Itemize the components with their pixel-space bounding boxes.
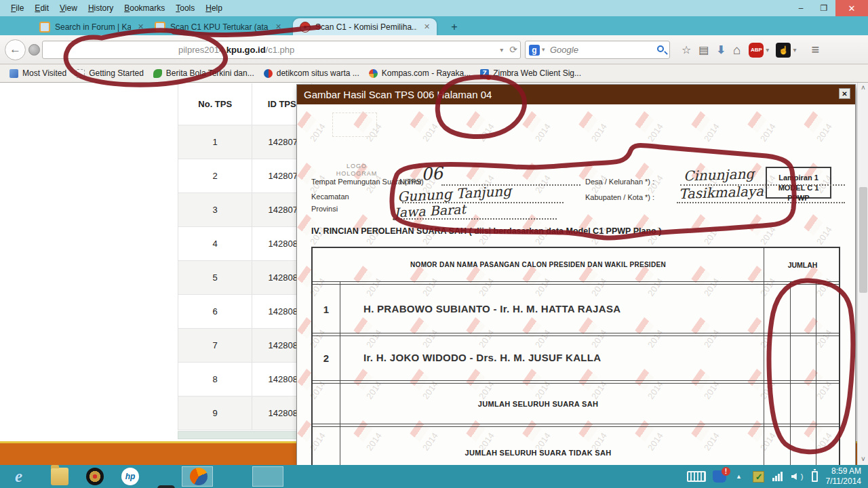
bookmark-label: Kompas.com - Rayaka... [382,68,471,78]
file-explorer-icon[interactable] [51,468,68,485]
media-disc-icon[interactable] [86,468,104,485]
table-line [313,333,839,333]
form-table-header: NOMOR DAN NAMA PASANGAN CALON PRESIDEN D… [313,248,764,281]
table-row[interactable]: 1142807 [178,125,311,159]
pointer-addon-icon[interactable]: ☝ [776,43,791,58]
tray-clock[interactable]: 8:59 AM 7/11/2014 [826,466,862,487]
url-text: pilpres2014.kpu.go.id/c1.php [178,41,294,58]
restore-button[interactable]: ❐ [812,0,835,16]
table-line [313,426,839,427]
addon-dropdown-icon[interactable]: ▾ [793,46,796,54]
speaker-wave: ) [801,472,804,481]
hidden-icons-arrow[interactable]: ▲ [736,473,742,480]
zimbra-icon: Z [480,69,489,78]
table-line [340,281,340,466]
bookmark-zimbra[interactable]: Z Zimbra Web Client Sig... [480,68,581,78]
bookmark-detikcom[interactable]: detikcom situs warta ... [264,68,359,78]
tab-close-icon[interactable]: ✕ [138,22,144,31]
bookmark-kompas[interactable]: Kompas.com - Rayaka... [369,68,471,78]
bookmark-getting-started[interactable]: Getting Started [76,68,144,78]
table-row[interactable]: 4142808 [178,227,311,261]
bookmarks-list-icon[interactable]: ▤ [698,43,709,56]
kabupaten-label: Kabupaten / Kota *) : [585,193,654,201]
url-bar[interactable]: pilpres2014.kpu.go.id/c1.php ▾ ⟳ [42,41,521,59]
minimize-button[interactable]: – [789,0,812,16]
watermark-2014: 2014 [814,121,834,143]
scan-modal: Gambar Hasil Scan TPS 006 Halaman 04 ✕ L… [296,84,856,465]
table-row[interactable]: 8142808 [178,363,311,396]
watermark-2014: 2014 [308,121,328,143]
url-dropdown-icon[interactable]: ▾ [500,41,503,58]
tab-kaskus[interactable]: Search in Forum | Kaskus ... ✕ [39,18,144,35]
total-invalid-label: JUMLAH SELURUH SUARA TIDAK SAH [313,449,764,457]
menu-hamburger-icon[interactable]: ≡ [811,42,819,58]
reload-icon[interactable]: ⟳ [509,41,517,58]
table-row[interactable]: 6142808 [178,295,311,329]
menu-file[interactable]: File [11,3,24,13]
page-scrollbar[interactable]: ˄ ˅ [857,83,868,465]
adblock-plus-icon[interactable]: ABP [749,43,764,58]
tab-bar: Search in Forum | Kaskus ... ✕ Scan C1 K… [0,16,868,35]
firefox-icon[interactable] [190,468,208,485]
bookmark-label: Berita Bola Terkini dan... [166,68,254,78]
bookmark-label: Zimbra Web Client Sig... [493,68,581,78]
tps-table: No. TPS ID TPS 1142807 2142807 3142807 4… [178,83,312,430]
table-row[interactable]: 3142807 [178,193,311,227]
tab-label: Scan C1 KPU Tertukar (ata... [170,22,269,32]
network-signal-icon[interactable] [772,472,783,481]
menu-bookmarks[interactable]: Bookmarks [124,3,165,13]
table-row[interactable]: 2142807 [178,159,311,193]
keyboard-icon[interactable] [687,471,706,482]
detikcom-icon [264,69,273,78]
search-icon[interactable] [657,45,664,52]
table-row[interactable]: 5142808 [178,261,311,295]
provinsi-label: Provinsi [311,205,338,213]
kaskus-favicon [39,22,50,33]
candidate-name: Ir. H. JOKO WIDODO - Drs. H. M. JUSUF KA… [363,352,601,363]
antivirus-icon[interactable] [753,471,764,483]
tab-scan-c1-tertukar[interactable]: Scan C1 KPU Tertukar (ata... ✕ [155,18,281,35]
modal-close-button[interactable]: ✕ [839,88,850,99]
watermark-2014: 2014 [420,121,440,143]
close-window-button[interactable]: ✕ [835,0,868,16]
engine-dropdown-icon[interactable]: ▾ [542,46,545,53]
scroll-down-icon[interactable]: ˅ [858,454,868,465]
bookmark-berita-bola[interactable]: Berita Bola Terkini dan... [153,68,254,78]
desa-handwritten: Cinunjang [684,165,755,184]
table-line [816,281,816,466]
lampiran-box: Lampiran 1 MODEL C 1 PPWP [766,167,831,199]
scroll-up-icon[interactable]: ˄ [858,83,868,94]
downloads-icon[interactable]: ⬇ [716,43,725,56]
battery-icon[interactable] [812,471,818,482]
bookmark-most-visited[interactable]: Most Visited [9,68,66,78]
new-tab-button[interactable]: + [446,20,463,35]
menu-edit[interactable]: Edit [35,3,49,13]
abp-dropdown-icon[interactable]: ▾ [766,46,769,54]
menu-history[interactable]: History [88,3,113,13]
menu-view[interactable]: View [60,3,77,13]
hologram-box [332,113,377,137]
berita-bola-icon [153,69,162,78]
google-engine-icon[interactable]: g [529,45,540,56]
search-box[interactable]: g ▾ [525,41,670,59]
scrollbar-thumb[interactable] [859,187,867,293]
menu-tools[interactable]: Tools [176,3,195,13]
nomor-label: : Nomor [395,178,422,186]
table-row[interactable]: 9142808 [178,396,311,430]
internet-explorer-icon[interactable]: e [15,468,33,485]
bookmark-star-icon[interactable]: ☆ [682,43,691,56]
back-button[interactable]: ← [5,39,26,60]
search-input[interactable] [550,42,638,58]
hp-icon[interactable]: hp [121,468,139,485]
action-center-alert-icon[interactable] [713,470,726,483]
tab-close-icon[interactable]: ✕ [275,22,281,31]
tab-scan-c1-active[interactable]: Scan C1 - Komisi Pemiliha... ✕ [293,18,437,35]
tab-close-icon[interactable]: ✕ [424,22,430,31]
table-row[interactable]: 7142808 [178,329,311,363]
video-player-icon[interactable] [157,485,175,488]
menu-help[interactable]: Help [205,3,222,13]
home-icon[interactable]: ⌂ [733,43,741,58]
watermark-2014: 2014 [814,224,834,246]
speaker-icon[interactable] [791,473,797,480]
menu-bar: File Edit View History Bookmarks Tools H… [0,0,868,16]
